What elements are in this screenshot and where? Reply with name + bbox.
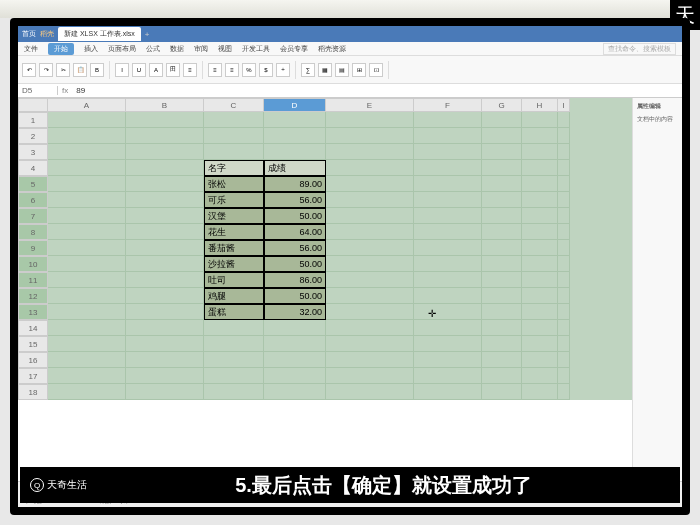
row-header-3[interactable]: 3 (18, 144, 48, 160)
row-header-8[interactable]: 8 (18, 224, 48, 240)
cell-C14[interactable] (204, 320, 264, 336)
cell-H2[interactable] (522, 128, 558, 144)
cell-H11[interactable] (522, 272, 558, 288)
cell-B12[interactable] (126, 288, 204, 304)
cell-G16[interactable] (482, 352, 522, 368)
cell-C7[interactable]: 汉堡 (204, 208, 264, 224)
cell-D6[interactable]: 56.00 (264, 192, 326, 208)
select-all[interactable] (18, 98, 48, 112)
cell-E6[interactable] (326, 192, 414, 208)
col-header-E[interactable]: E (326, 98, 414, 112)
col-header-G[interactable]: G (482, 98, 522, 112)
row-header-15[interactable]: 15 (18, 336, 48, 352)
cell-I17[interactable] (558, 368, 570, 384)
toolbar-btn-19[interactable]: ⊡ (369, 63, 383, 77)
cell-G12[interactable] (482, 288, 522, 304)
cell-D4[interactable]: 成绩 (264, 160, 326, 176)
cell-C10[interactable]: 沙拉酱 (204, 256, 264, 272)
cell-F15[interactable] (414, 336, 482, 352)
cell-A8[interactable] (48, 224, 126, 240)
cell-E13[interactable] (326, 304, 414, 320)
cell-F17[interactable] (414, 368, 482, 384)
menu-resource[interactable]: 稻壳资源 (318, 44, 346, 54)
cell-B8[interactable] (126, 224, 204, 240)
menu-review[interactable]: 审阅 (194, 44, 208, 54)
cell-G18[interactable] (482, 384, 522, 400)
cell-G1[interactable] (482, 112, 522, 128)
cell-D15[interactable] (264, 336, 326, 352)
row-header-17[interactable]: 17 (18, 368, 48, 384)
toolbar-btn-9[interactable]: ≡ (183, 63, 197, 77)
cell-H9[interactable] (522, 240, 558, 256)
cell-D8[interactable]: 64.00 (264, 224, 326, 240)
cell-C3[interactable] (204, 144, 264, 160)
row-header-2[interactable]: 2 (18, 128, 48, 144)
cell-G7[interactable] (482, 208, 522, 224)
cell-D7[interactable]: 50.00 (264, 208, 326, 224)
cell-C11[interactable]: 吐司 (204, 272, 264, 288)
row-header-4[interactable]: 4 (18, 160, 48, 176)
cell-D3[interactable] (264, 144, 326, 160)
cell-E9[interactable] (326, 240, 414, 256)
col-header-H[interactable]: H (522, 98, 558, 112)
cell-H7[interactable] (522, 208, 558, 224)
cell-A12[interactable] (48, 288, 126, 304)
cell-F5[interactable] (414, 176, 482, 192)
cell-I6[interactable] (558, 192, 570, 208)
row-header-10[interactable]: 10 (18, 256, 48, 272)
cell-A18[interactable] (48, 384, 126, 400)
cell-F2[interactable] (414, 128, 482, 144)
row-header-13[interactable]: 13 (18, 304, 48, 320)
cell-F4[interactable] (414, 160, 482, 176)
search-box[interactable]: 查找命令、搜索模板 (603, 43, 676, 55)
row-header-9[interactable]: 9 (18, 240, 48, 256)
cell-H10[interactable] (522, 256, 558, 272)
cell-I2[interactable] (558, 128, 570, 144)
cell-C6[interactable]: 可乐 (204, 192, 264, 208)
new-tab-icon[interactable]: + (145, 30, 150, 39)
row-header-16[interactable]: 16 (18, 352, 48, 368)
cell-I3[interactable] (558, 144, 570, 160)
cell-G15[interactable] (482, 336, 522, 352)
cell-G2[interactable] (482, 128, 522, 144)
cell-E1[interactable] (326, 112, 414, 128)
cell-I15[interactable] (558, 336, 570, 352)
cell-A5[interactable] (48, 176, 126, 192)
cell-H1[interactable] (522, 112, 558, 128)
cell-B4[interactable] (126, 160, 204, 176)
cell-H12[interactable] (522, 288, 558, 304)
cell-A7[interactable] (48, 208, 126, 224)
cell-C9[interactable]: 番茄酱 (204, 240, 264, 256)
row-header-14[interactable]: 14 (18, 320, 48, 336)
cell-B15[interactable] (126, 336, 204, 352)
cell-I8[interactable] (558, 224, 570, 240)
col-header-F[interactable]: F (414, 98, 482, 112)
cell-I12[interactable] (558, 288, 570, 304)
cell-C4[interactable]: 名字 (204, 160, 264, 176)
toolbar-btn-3[interactable]: 📋 (73, 63, 87, 77)
cell-I4[interactable] (558, 160, 570, 176)
cell-H4[interactable] (522, 160, 558, 176)
cell-A17[interactable] (48, 368, 126, 384)
cell-A10[interactable] (48, 256, 126, 272)
fx-icon[interactable]: fx (58, 86, 72, 95)
cell-F11[interactable] (414, 272, 482, 288)
cell-B17[interactable] (126, 368, 204, 384)
cell-I11[interactable] (558, 272, 570, 288)
cell-B7[interactable] (126, 208, 204, 224)
col-header-C[interactable]: C (204, 98, 264, 112)
cell-A2[interactable] (48, 128, 126, 144)
cell-A13[interactable] (48, 304, 126, 320)
cell-D11[interactable]: 86.00 (264, 272, 326, 288)
cell-H17[interactable] (522, 368, 558, 384)
menu-insert[interactable]: 插入 (84, 44, 98, 54)
cell-I9[interactable] (558, 240, 570, 256)
cell-G3[interactable] (482, 144, 522, 160)
cell-A4[interactable] (48, 160, 126, 176)
cell-F18[interactable] (414, 384, 482, 400)
row-header-18[interactable]: 18 (18, 384, 48, 400)
cell-F14[interactable] (414, 320, 482, 336)
cell-B16[interactable] (126, 352, 204, 368)
cell-F7[interactable] (414, 208, 482, 224)
cell-B3[interactable] (126, 144, 204, 160)
